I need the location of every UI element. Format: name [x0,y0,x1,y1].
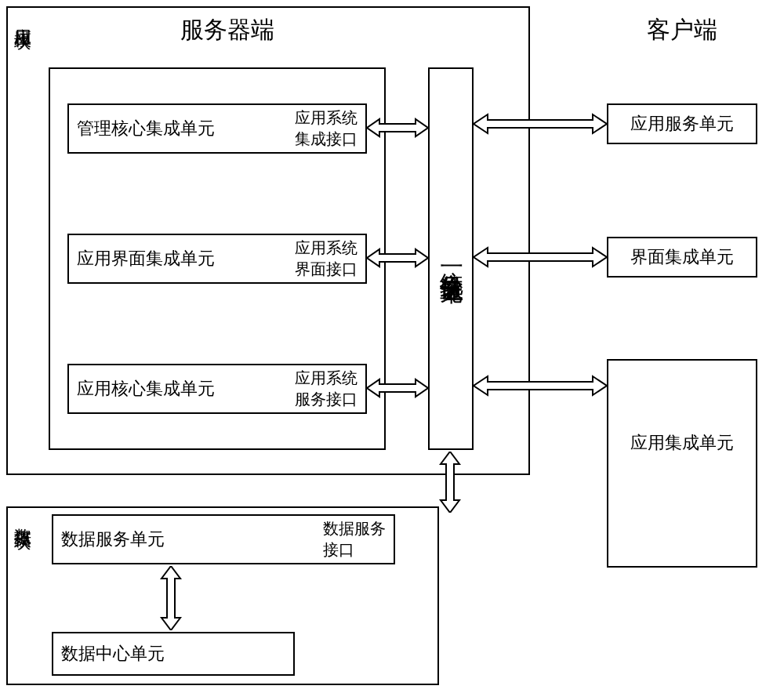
server-unit-3-if-a: 应用系统 [295,368,358,389]
data-center-unit: 数据中心单元 [52,632,295,676]
app-module-label: 应用模块 [11,14,34,20]
client-box-1-label: 应用服务单元 [630,112,734,136]
data-module-label: 数据模块 [11,514,34,521]
svg-marker-3 [474,114,607,133]
svg-marker-2 [367,379,428,397]
data-service-if-b: 接口 [323,539,386,561]
svg-marker-1 [367,249,428,267]
auth-unit-label: 统一身份认证单元 [435,252,467,265]
server-unit-3-label: 应用核心集成单元 [77,377,215,401]
client-box-3: 应用集成单元 [607,359,757,568]
arrow-unit3-auth [367,378,428,398]
arrow-unit2-auth [367,248,428,268]
arrow-dataservice-datacenter [160,566,182,630]
server-title: 服务器端 [133,14,321,45]
server-unit-2: 应用界面集成单元 应用系统 界面接口 [67,234,367,284]
server-unit-3-if-b: 服务接口 [295,389,358,410]
data-service-unit: 数据服务单元 数据服务 接口 [52,514,395,564]
svg-marker-0 [367,119,428,136]
svg-marker-6 [441,452,459,513]
arrow-auth-client2 [474,246,607,268]
svg-marker-7 [162,566,180,630]
data-service-if-a: 数据服务 [323,518,386,539]
svg-marker-5 [474,376,607,395]
client-title: 客户端 [619,14,745,45]
server-unit-1-label: 管理核心集成单元 [77,117,215,140]
auth-unit: 统一身份认证单元 [428,67,474,450]
data-service-unit-label: 数据服务单元 [61,528,165,551]
server-unit-2-label: 应用界面集成单元 [77,247,215,270]
server-unit-3: 应用核心集成单元 应用系统 服务接口 [67,364,367,414]
client-box-3-label: 应用集成单元 [630,431,734,455]
arrow-auth-data [439,452,461,513]
server-unit-2-if-a: 应用系统 [295,238,358,259]
data-center-unit-label: 数据中心单元 [53,637,172,670]
client-box-2: 界面集成单元 [607,237,757,278]
server-unit-2-if-b: 界面接口 [295,259,358,280]
server-unit-1-if-a: 应用系统 [295,107,358,129]
arrow-auth-client1 [474,113,607,135]
client-box-1: 应用服务单元 [607,103,757,144]
server-unit-1-if-b: 集成接口 [295,129,358,150]
client-box-2-label: 界面集成单元 [630,245,734,269]
arrow-unit1-auth [367,118,428,138]
arrow-auth-client3 [474,375,607,397]
server-unit-1: 管理核心集成单元 应用系统 集成接口 [67,103,367,154]
svg-marker-4 [474,248,607,267]
